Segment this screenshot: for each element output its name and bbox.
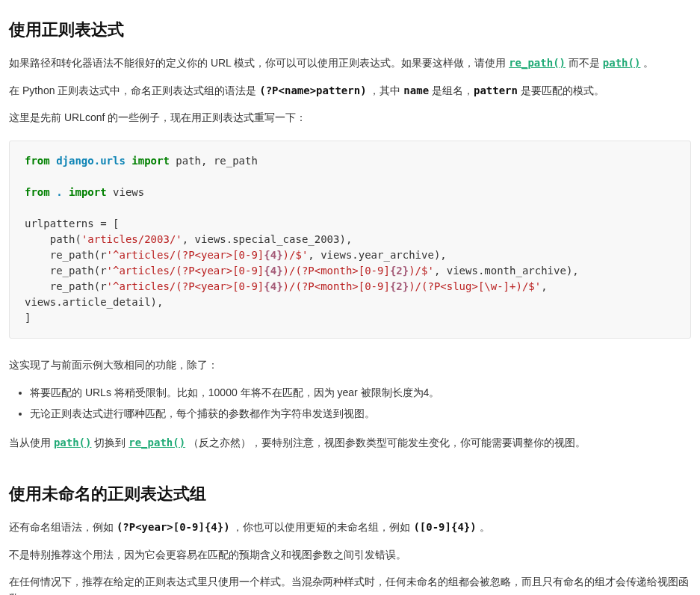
esc-brace: {4} bbox=[264, 265, 282, 277]
code-named-example: (?P<year>[0-9]{4}) bbox=[117, 521, 230, 533]
code-unnamed-example: ([0-9]{4}) bbox=[413, 521, 476, 533]
code-text: re_path(r bbox=[25, 249, 107, 261]
heading-unnamed-regex: 使用未命名的正则表达式组 bbox=[9, 481, 691, 507]
str-regex-slug-mid1: )/(?P<month>[0-9] bbox=[283, 280, 390, 292]
str-regex-month-end: )/$' bbox=[409, 265, 434, 277]
code-named-group-syntax: (?P<name>pattern) bbox=[259, 84, 366, 96]
code-text: re_path(r bbox=[25, 265, 107, 277]
text: 还有命名组语法，例如 bbox=[9, 521, 117, 533]
code-pattern: pattern bbox=[474, 84, 518, 96]
paragraph-unnamed-1: 还有命名组语法，例如 (?P<year>[0-9]{4}) ，你也可以使用更短的… bbox=[9, 519, 691, 535]
link-re-path-2[interactable]: re_path() bbox=[128, 437, 185, 448]
text: 如果路径和转化器语法不能很好的定义你的 URL 模式，你可以可以使用正则表达式。… bbox=[9, 57, 509, 69]
mod-django-urls: django.urls bbox=[56, 155, 126, 167]
paragraph-unnamed-2: 不是特别推荐这个用法，因为它会更容易在匹配的预期含义和视图参数之间引发错误。 bbox=[9, 546, 691, 563]
code-text: path, re_path bbox=[170, 155, 258, 167]
esc-brace: {2} bbox=[390, 280, 409, 292]
code-text: , views.special_case_2003), bbox=[182, 233, 353, 245]
paragraph-switch-note: 当从使用 path() 切换到 re_path() （反之亦然），要特别注意，视… bbox=[9, 434, 691, 451]
paragraph-differences: 这实现了与前面示例大致相同的功能，除了： bbox=[9, 357, 691, 373]
code-text: , views.month_archive), bbox=[434, 265, 579, 277]
esc-brace: {2} bbox=[390, 265, 409, 277]
code-text: , views.year_archive), bbox=[308, 249, 446, 261]
differences-list: 将要匹配的 URLs 将稍受限制。比如，10000 年将不在匹配，因为 year… bbox=[9, 384, 691, 422]
text: 而不是 bbox=[566, 57, 603, 69]
str-regex-month-mid: )/(?P<month>[0-9] bbox=[283, 265, 390, 277]
text: 。 bbox=[477, 521, 490, 533]
esc-brace: {4} bbox=[264, 249, 282, 261]
str-regex-year-end: )/$' bbox=[283, 249, 309, 261]
text: 是要匹配的模式。 bbox=[518, 84, 604, 96]
text: 切换到 bbox=[91, 437, 128, 448]
text: 在 Python 正则表达式中，命名正则表达式组的语法是 bbox=[9, 84, 259, 96]
list-item: 将要匹配的 URLs 将稍受限制。比如，10000 年将不在匹配，因为 year… bbox=[30, 384, 691, 401]
code-text: urlpatterns = [ bbox=[25, 218, 119, 229]
kw-import: import bbox=[69, 186, 107, 198]
str-regex-year: '^articles/(?P<year>[0-9] bbox=[107, 249, 264, 261]
text: ，其中 bbox=[367, 84, 404, 96]
code-text: re_path(r bbox=[25, 280, 107, 292]
text: 是组名， bbox=[429, 84, 474, 96]
text: 。 bbox=[640, 57, 654, 69]
str-regex-slug-end: )/(?P<slug>[\w-]+)/$' bbox=[409, 280, 541, 292]
kw-from: from bbox=[25, 186, 50, 198]
kw-import: import bbox=[131, 155, 170, 167]
str-regex-month: '^articles/(?P<year>[0-9] bbox=[107, 265, 264, 277]
code-text: views bbox=[107, 186, 145, 198]
code-block-urlconf: from django.urls import path, re_path fr… bbox=[9, 141, 691, 339]
esc-brace: {4} bbox=[264, 280, 282, 292]
kw-from: from bbox=[25, 155, 50, 167]
list-item: 无论正则表达式进行哪种匹配，每个捕获的参数都作为字符串发送到视图。 bbox=[30, 405, 691, 422]
code-name: name bbox=[403, 84, 429, 96]
str-articles-2003: 'articles/2003/' bbox=[81, 233, 182, 245]
text: （反之亦然），要特别注意，视图参数类型可能发生变化，你可能需要调整你的视图。 bbox=[185, 437, 586, 448]
text: ，你也可以使用更短的未命名组，例如 bbox=[230, 521, 414, 533]
mod-dot: . bbox=[56, 186, 62, 198]
text: 当从使用 bbox=[9, 437, 54, 448]
paragraph-intro-2: 在 Python 正则表达式中，命名正则表达式组的语法是 (?P<name>pa… bbox=[9, 82, 691, 99]
code-text: ] bbox=[25, 312, 31, 324]
paragraph-intro-1: 如果路径和转化器语法不能很好的定义你的 URL 模式，你可以可以使用正则表达式。… bbox=[9, 55, 691, 71]
link-re-path[interactable]: re_path() bbox=[509, 57, 566, 69]
code-text: path( bbox=[25, 233, 81, 245]
paragraph-intro-3: 这里是先前 URLconf 的一些例子，现在用正则表达式重写一下： bbox=[9, 109, 691, 126]
link-path-2[interactable]: path() bbox=[54, 437, 92, 448]
heading-regex: 使用正则表达式 bbox=[9, 16, 691, 43]
link-path[interactable]: path() bbox=[603, 57, 641, 69]
str-regex-slug: '^articles/(?P<year>[0-9] bbox=[107, 280, 264, 292]
paragraph-unnamed-3: 在任何情况下，推荐在给定的正则表达式里只使用一个样式。当混杂两种样式时，任何未命… bbox=[9, 573, 691, 595]
